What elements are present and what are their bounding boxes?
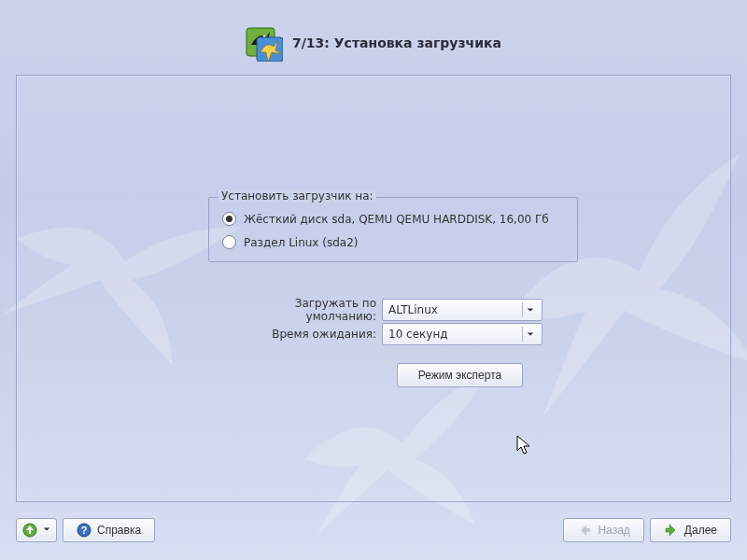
install-target-legend: Установить загрузчик на:	[217, 189, 378, 203]
radio-option-disk[interactable]: Жёсткий диск sda, QEMU QEMU HARDDISK, 16…	[220, 207, 566, 231]
expert-mode-label: Режим эксперта	[418, 369, 501, 382]
radio-icon	[222, 212, 236, 226]
default-boot-select[interactable]: ALTLinux	[382, 299, 543, 321]
help-button[interactable]: ? Справка	[63, 518, 155, 542]
arrow-left-icon	[577, 523, 592, 538]
help-label: Справка	[97, 524, 141, 537]
up-arrow-icon	[22, 523, 37, 538]
next-label: Далее	[684, 524, 717, 537]
back-button[interactable]: Назад	[563, 518, 643, 542]
default-boot-row: Загружать по умолчанию: ALTLinux	[227, 297, 543, 323]
menu-button[interactable]	[16, 518, 57, 542]
timeout-label: Время ожидания:	[227, 328, 382, 341]
svg-text:?: ?	[81, 525, 88, 536]
radio-icon	[222, 235, 236, 249]
page-title: 7/13: Установка загрузчика	[292, 35, 501, 50]
timeout-select[interactable]: 10 секунд	[382, 323, 543, 345]
chevron-down-icon	[43, 523, 50, 538]
header: 7/13: Установка загрузчика	[0, 24, 747, 64]
radio-option-partition[interactable]: Раздел Linux (sda2)	[220, 231, 566, 254]
expert-mode-button[interactable]: Режим эксперта	[397, 363, 523, 387]
install-target-fieldset: Установить загрузчик на: Жёсткий диск sd…	[208, 197, 578, 262]
back-label: Назад	[598, 524, 629, 537]
select-value: 10 секунд	[388, 328, 448, 341]
radio-label: Раздел Linux (sda2)	[244, 236, 359, 249]
select-value: ALTLinux	[388, 303, 438, 316]
distro-logo-icon	[246, 24, 283, 62]
default-boot-label: Загружать по умолчанию:	[227, 297, 382, 323]
next-button[interactable]: Далее	[650, 518, 731, 542]
footer: ? Справка Назад Далее	[16, 515, 731, 545]
main-panel: Установить загрузчик на: Жёсткий диск sd…	[16, 75, 731, 502]
chevron-down-icon	[522, 302, 538, 317]
help-icon: ?	[77, 523, 92, 538]
radio-label: Жёсткий диск sda, QEMU QEMU HARDDISK, 16…	[244, 213, 549, 226]
chevron-down-icon	[522, 327, 538, 342]
arrow-right-icon	[664, 523, 679, 538]
timeout-row: Время ожидания: 10 секунд	[227, 323, 543, 345]
